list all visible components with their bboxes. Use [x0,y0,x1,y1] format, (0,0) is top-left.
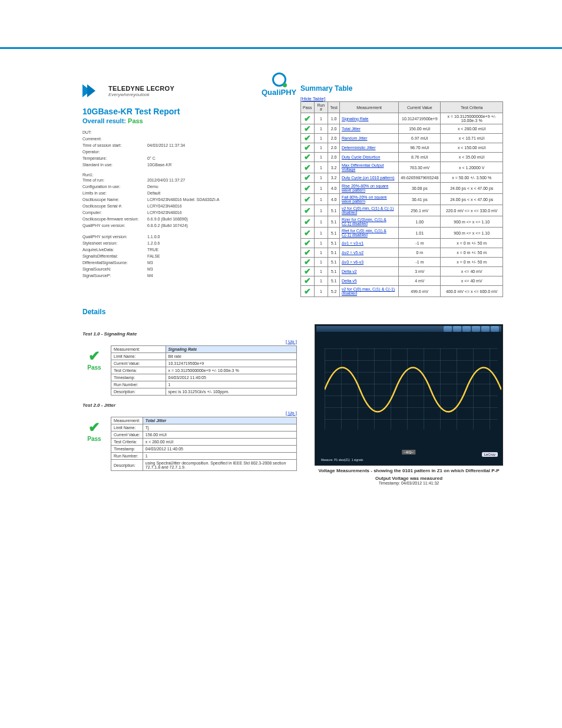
table-row: ✔12.0Random Jitter6.97 mUIx < 10.71 mUI [301,134,503,143]
check-icon: ✔ [304,217,311,226]
table-row: ✔13.2Duty Cycle (on 1010 pattern)49.6265… [301,173,503,183]
test2-title: Test 2.0 - Jitter [82,403,297,408]
check-icon: ✔ [304,206,311,215]
check-icon: ✔ [304,228,311,238]
check-icon: ✔ [304,114,311,123]
table-row: ✔12.0Deterministic Jitter98.70 mUIx < 15… [301,143,503,153]
test1-detail-table: Measurement:Signaling RateLimit Name:Bit… [111,345,297,396]
test1-title: Test 1.0 - Signaling Rate [82,331,297,337]
measurement-link[interactable]: Rtet for C(0) min, C(1) & C(-1) disabled [339,228,398,239]
check-icon: ✔ [82,348,106,364]
measurement-link[interactable]: Signaling Rate [339,113,398,124]
waveform-icon [325,354,501,425]
hide-table-link[interactable]: [Hide Table] [300,96,325,101]
meta-block-2: Time of run:2012/04/03 11:37:27Configura… [82,177,277,229]
scope-caption-1: Voltage Measurements - showing the 0101 … [315,468,503,473]
table-row: ✔15.2v2 for C(0) max, C(1) & C(-1) disab… [301,286,503,297]
scope-toolbar-icons [444,326,499,332]
table-row: ✔15.1Delta v54 mVx <= 40 mV [301,276,503,286]
measurement-link[interactable]: Δv1 = v3‑v1 [339,239,398,248]
check-icon: ✔ [304,124,311,133]
check-icon: ✔ [304,276,311,285]
table-row: ✔12.0Duty Cycle Distortion8.76 mUIx < 35… [301,153,503,162]
measurement-link[interactable]: Total Jitter [339,124,398,134]
scope-readout: Measure P1 slew(Z1) 1 signals [321,458,363,462]
run-heading: Run1: [82,173,277,177]
measurement-link[interactable]: Rzer for C(0)min, C(1) & C(-1) disabled [339,216,398,228]
meta-block-3: QualiPHY script version:1.1.0.0Styleshee… [82,233,277,279]
measurement-link[interactable]: Fall 80%-20% on square wave pattern [339,194,398,205]
table-row: ✔14.0Fall 80%-20% on square wave pattern… [301,194,503,205]
measurement-link[interactable]: Duty Cycle Distortion [339,153,398,162]
table-row: ✔13.2Max Differential Output Voltage763.… [301,162,503,173]
details-heading: Details [82,308,503,316]
check-icon: ✔ [304,257,311,266]
teledyne-logo: TELEDYNE LECROY Everywhereyoulook [82,84,174,97]
test2-detail-table: Measurement:Total JitterLimit Name:TjCur… [111,417,297,471]
summary-table: PassRun #TestMeasurementCurrent ValueTes… [300,101,503,297]
table-row: ✔15.1Delta v23 mVx <= 40 mV [301,267,503,276]
measurement-link[interactable]: Duty Cycle (on 1010 pattern) [339,173,398,183]
table-row: ✔15.1Δv3 = v6‑v3-1 mx = 0 m +/- 50 m [301,258,503,267]
test2-pass-badge: ✔ Pass [82,417,106,444]
table-row: ✔15.1Δv1 = v3‑v1-1 mx = 0 m +/- 50 m [301,239,503,248]
qualiphy-icon [272,73,286,87]
check-icon: ✔ [304,152,311,162]
table-row: ✔14.0Rise 20%-80% on square wave pattern… [301,183,503,194]
qualiphy-logo: QualiPHY [262,73,296,97]
check-icon: ✔ [304,163,311,172]
lecroy-tag: LeCroy [482,452,498,457]
measurement-link[interactable]: Deterministic Jitter [339,143,398,153]
table-row: ✔12.0Total Jitter156.00 mUIx < 280.00 mU… [301,124,503,134]
up-link-2[interactable]: [ Up ] [286,410,297,416]
check-icon: ✔ [304,195,311,204]
measurement-link[interactable]: Δv2 = v5‑v2 [339,248,398,258]
scope-caption-2: Output Voltage was measured [315,476,503,481]
check-icon: ✔ [304,133,311,143]
table-row: ✔15.1Rtet for C(0) min, C(1) & C(-1) dis… [301,228,503,239]
summary-heading: Summary Table [300,84,503,93]
check-icon: ✔ [304,266,311,276]
report-title: 10GBase-KR Test Report [82,107,277,116]
measurement-link[interactable]: Δv3 = v6‑v3 [339,258,398,267]
meta-block-1: DUT:Comment:Time of session start:04/03/… [82,129,277,168]
check-icon: ✔ [304,248,311,257]
measurement-link[interactable]: v2 for C(0) min, C(1) & C(-1) disabled [339,205,398,216]
overall-result: Overall result: Pass [82,117,277,124]
table-row: ✔11.0Signaling Rate10.3124719500e+9x = 1… [301,113,503,124]
scope-caption-ts: Timestamp: 04/03/2012 11:41:32 [315,481,503,485]
measurement-link[interactable]: Max Differential Output Voltage [339,162,398,173]
table-row: ✔15.1Rzer for C(0)min, C(1) & C(-1) disa… [301,216,503,228]
check-icon: ✔ [304,286,311,296]
check-icon: ✔ [304,238,311,248]
check-icon: ✔ [304,183,311,193]
measurement-link[interactable]: Rise 20%-80% on square wave pattern [339,183,398,194]
table-row: ✔15.1Δv2 = v5‑v20 mx = 0 m +/- 50 m [301,248,503,258]
measurement-link[interactable]: Delta v2 [339,267,398,276]
measurement-link[interactable]: v2 for C(0) max, C(1) & C(-1) disabled [339,286,398,297]
measurement-link[interactable]: Random Jitter [339,134,398,143]
scope-badge: –EQ– [402,450,415,454]
oscilloscope-screenshot: –EQ– Measure P1 slew(Z1) 1 signals LeCro… [315,324,503,466]
up-link[interactable]: [ Up ] [286,339,297,344]
table-row: ✔15.1v2 for C(0) min, C(1) & C(-1) disab… [301,205,503,216]
measurement-link[interactable]: Delta v5 [339,276,398,286]
check-icon: ✔ [304,173,311,182]
check-icon: ✔ [304,143,311,152]
check-icon: ✔ [82,419,106,436]
test1-pass-badge: ✔ Pass [82,345,106,373]
